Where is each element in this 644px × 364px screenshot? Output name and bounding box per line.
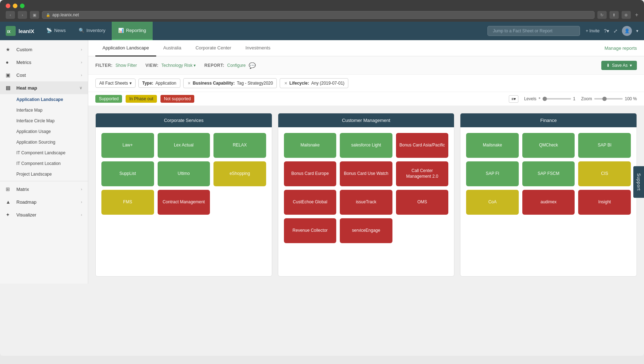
app-card-supplist[interactable]: SuppList bbox=[101, 161, 154, 186]
app-card-sap-fscm[interactable]: SAP FSCM bbox=[522, 161, 575, 186]
sidebar-sub-application-usage[interactable]: Application Usage bbox=[0, 126, 88, 137]
global-search-input[interactable] bbox=[493, 28, 575, 33]
chevron-down-icon: ∨ bbox=[79, 86, 82, 90]
tab-australia[interactable]: Australia bbox=[156, 40, 189, 57]
comment-icon[interactable]: 💬 bbox=[249, 62, 256, 69]
app-card-law+[interactable]: Law+ bbox=[101, 133, 154, 158]
sidebar-sub-application-landscape[interactable]: Application Landscape bbox=[0, 94, 88, 105]
column-body-finance: MailsnakeQMCheckSAP BISAP FISAP FSCMCISC… bbox=[460, 127, 637, 220]
nav-actions: + Invite ?▾ ⤢ 👤 ▾ bbox=[586, 26, 638, 36]
save-as-button[interactable]: ⬇ Save As ▾ bbox=[601, 61, 637, 70]
chart-icon: 📊 bbox=[118, 28, 124, 33]
technology-risk-link[interactable]: Technology Risk ▾ bbox=[162, 63, 196, 68]
app-card-lex-actual[interactable]: Lex Actual bbox=[158, 133, 210, 158]
app-card-revenue-collector[interactable]: Revenue Collector bbox=[284, 218, 337, 243]
avatar[interactable]: 👤 bbox=[622, 26, 632, 36]
app-card-insight[interactable]: Insight bbox=[578, 190, 631, 215]
app-card-qmcheck[interactable]: QMCheck bbox=[522, 133, 575, 158]
app-card-call-center-management-2.0[interactable]: Call Center Management 2.0 bbox=[396, 161, 449, 186]
add-button[interactable]: + bbox=[635, 12, 638, 18]
support-tab[interactable]: Support bbox=[633, 166, 644, 198]
app-card-relax[interactable]: RELAX bbox=[213, 133, 266, 158]
nav-reporting[interactable]: 📊 Reporting bbox=[112, 22, 152, 40]
sidebar-roadmap-label: Roadmap bbox=[16, 199, 36, 205]
app-card-sap-bi[interactable]: SAP BI bbox=[578, 133, 631, 158]
star-icon: ★ bbox=[6, 47, 13, 52]
app-card-ultimo[interactable]: Ultimo bbox=[158, 161, 210, 186]
back-button[interactable]: ‹ bbox=[6, 11, 15, 19]
sidebar-toggle-button[interactable]: ▣ bbox=[30, 11, 39, 19]
share-button[interactable]: ⬆ bbox=[609, 11, 619, 19]
page-tabs: Application Landscape Australia Corporat… bbox=[88, 40, 644, 57]
url-bar[interactable]: 🔒 app.leanix.net bbox=[42, 11, 595, 19]
app-card-eshopping[interactable]: eShopping bbox=[213, 161, 266, 186]
sidebar-cost-label: Cost bbox=[16, 73, 26, 78]
app-card-mailsnake[interactable]: Mailsnake bbox=[466, 133, 519, 158]
sidebar-item-metrics[interactable]: ● Metrics › bbox=[0, 56, 88, 69]
sidebar-item-cost[interactable]: ▣ Cost › bbox=[0, 69, 88, 81]
nav-inventory[interactable]: 🔍 Inventory bbox=[72, 22, 112, 40]
zoom-value: 100 % bbox=[625, 96, 637, 101]
sidebar-sub-it-component-location[interactable]: IT Component Location bbox=[0, 158, 88, 169]
app-card-bonus-card-use-watch[interactable]: Bonus Card Use Watch bbox=[340, 161, 392, 186]
sidebar-sub-it-component-landscape[interactable]: IT Component Landscape bbox=[0, 148, 88, 158]
nav-news-label: News bbox=[54, 28, 66, 33]
app-card-serviceengage[interactable]: serviceEngage bbox=[340, 218, 392, 243]
sort-button[interactable]: ≡▾ bbox=[509, 95, 518, 103]
landscape-area: Corporate ServicesLaw+Lex ActualRELAXSup… bbox=[88, 106, 644, 284]
sidebar-heatmap-label: Heat map bbox=[16, 85, 37, 91]
minimize-traffic-light[interactable] bbox=[13, 4, 17, 8]
app-card-coa[interactable]: CoA bbox=[466, 190, 519, 215]
zoom-slider[interactable] bbox=[594, 98, 623, 100]
tab-corporate-center[interactable]: Corporate Center bbox=[188, 40, 238, 57]
nav-news[interactable]: 📡 News bbox=[40, 22, 72, 40]
new-tab-button[interactable]: ⊕ bbox=[622, 11, 631, 19]
expand-button[interactable]: ⤢ bbox=[613, 28, 618, 34]
sidebar-item-heatmap[interactable]: ▤ Heat map ∨ bbox=[0, 81, 88, 94]
app-card-mailsnake[interactable]: Mailsnake bbox=[284, 133, 337, 158]
sidebar-sub-application-sourcing[interactable]: Application Sourcing bbox=[0, 137, 88, 148]
chip-close-bc[interactable]: × bbox=[188, 80, 191, 86]
help-button[interactable]: ?▾ bbox=[604, 28, 609, 34]
app-card-audimex[interactable]: audimex bbox=[522, 190, 575, 215]
levels-control: Levels ᵒ 1 bbox=[524, 96, 575, 101]
chip-close-lifecycle[interactable]: × bbox=[284, 80, 287, 86]
levels-slider[interactable] bbox=[543, 98, 571, 100]
app-card-salesforce-light[interactable]: salesforce Light bbox=[340, 133, 392, 158]
sidebar-item-roadmap[interactable]: ▲ Roadmap › bbox=[0, 196, 88, 208]
sidebar-item-matrix[interactable]: ⊞ Matrix › bbox=[0, 183, 88, 196]
forward-button[interactable]: › bbox=[18, 11, 27, 19]
roadmap-icon: ▲ bbox=[6, 199, 13, 205]
show-filter-link[interactable]: Show Filter bbox=[116, 63, 137, 68]
sidebar-metrics-label: Metrics bbox=[16, 60, 31, 65]
maximize-traffic-light[interactable] bbox=[20, 4, 25, 8]
tab-application-landscape[interactable]: Application Landscape bbox=[95, 40, 156, 57]
app-card-bonus-card-europe[interactable]: Bonus Card Europe bbox=[284, 161, 337, 186]
landscape-column-customer-management: Customer ManagementMailsnakesalesforce L… bbox=[278, 113, 455, 277]
refresh-button[interactable]: ↻ bbox=[597, 11, 607, 19]
sidebar-divider bbox=[0, 181, 88, 181]
app-card-custechoe-global[interactable]: CustEchoe Global bbox=[284, 190, 337, 215]
landscape-column-finance: FinanceMailsnakeQMCheckSAP BISAP FISAP F… bbox=[460, 113, 637, 277]
sidebar-sub-interface-map[interactable]: Interface Map bbox=[0, 105, 88, 116]
avatar-dropdown[interactable]: ▾ bbox=[636, 28, 638, 33]
fact-sheet-dropdown[interactable]: All Fact Sheets ▾ bbox=[95, 79, 136, 88]
close-traffic-light[interactable] bbox=[6, 4, 10, 8]
app-card-issuetrack[interactable]: issueTrack bbox=[340, 190, 392, 215]
sidebar-sub-project-landscape[interactable]: Project Landscape bbox=[0, 169, 88, 180]
app-card-cis[interactable]: CIS bbox=[578, 161, 631, 186]
app-card-oms[interactable]: OMS bbox=[396, 190, 449, 215]
app-card-sap-fi[interactable]: SAP FI bbox=[466, 161, 519, 186]
invite-button[interactable]: + Invite bbox=[586, 28, 600, 33]
zoom-label: Zoom bbox=[581, 96, 592, 101]
app-card-contract-management[interactable]: Contract Management bbox=[158, 190, 210, 215]
tab-investments[interactable]: Investments bbox=[238, 40, 278, 57]
app-card-bonus-card-asia/pacific[interactable]: Bonus Card Asia/Pacific bbox=[396, 133, 449, 158]
manage-reports-button[interactable]: Manage reports bbox=[605, 46, 637, 51]
sidebar-sub-interface-circle-map[interactable]: Interface Circle Map bbox=[0, 116, 88, 126]
configure-link[interactable]: Configure bbox=[227, 63, 246, 68]
global-search[interactable] bbox=[487, 26, 580, 36]
sidebar-item-visualizer[interactable]: ✦ Visualizer › bbox=[0, 208, 88, 221]
sidebar-item-custom[interactable]: ★ Custom › bbox=[0, 43, 88, 56]
app-card-fms[interactable]: FMS bbox=[101, 190, 154, 215]
